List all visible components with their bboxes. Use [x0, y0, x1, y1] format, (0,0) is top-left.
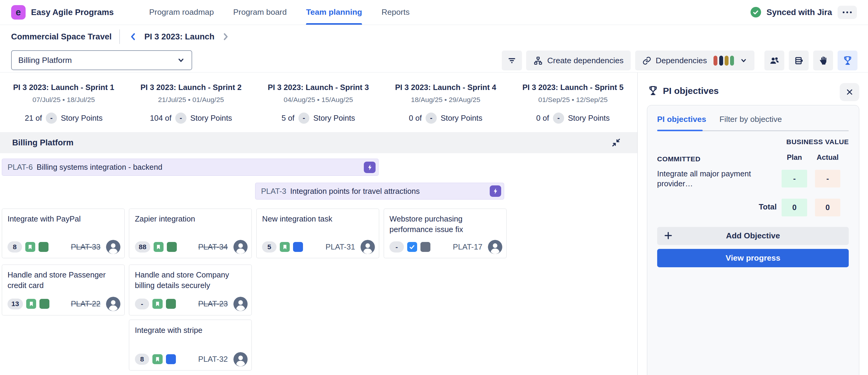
issue-title: Integrate with stripe — [135, 325, 241, 336]
epic-summary: Billing systems integration - backend — [37, 163, 162, 172]
sprint-story-points: 0 of - Story Points — [382, 112, 509, 124]
rows-icon — [794, 56, 804, 66]
avatar[interactable] — [234, 297, 248, 311]
logo-letter: e — [16, 7, 21, 18]
story-icon — [152, 354, 162, 364]
issue-card[interactable]: Webstore purchasing performance issue fi… — [384, 209, 506, 258]
issue-card[interactable]: Handle and store Company billing details… — [129, 265, 252, 315]
sprint-column-3: PI 3 2023: Launch - Sprint 3 04/Aug/25 •… — [254, 72, 382, 124]
swimlane-rows-button[interactable] — [789, 50, 809, 70]
status-icon — [166, 354, 176, 364]
sprint-column-1: PI 3 2023: Launch - Sprint 1 07/Jul/25 •… — [0, 72, 127, 124]
app-window: e Easy Agile Programs Program roadmap Pr… — [0, 0, 868, 375]
objective-actual-value[interactable]: - — [815, 170, 841, 188]
sprint-name: PI 3 2023: Launch - Sprint 1 — [0, 83, 127, 92]
sprint-story-points: 104 of - Story Points — [127, 112, 255, 124]
objective-name[interactable]: Integrate all major payment provider… — [657, 169, 754, 189]
plan-column-label: Plan — [781, 153, 807, 162]
story-icon — [280, 242, 290, 252]
points-committed: 5 of — [282, 114, 294, 123]
previous-increment-button[interactable] — [128, 30, 139, 43]
estimate-badge: - — [135, 299, 149, 310]
more-menu-button[interactable] — [838, 6, 857, 19]
filter-icon — [507, 56, 517, 66]
epic-bar[interactable]: PLAT-3 Integration points for travel att… — [255, 183, 504, 200]
avatar[interactable] — [488, 240, 502, 254]
team-select-value: Billing Platform — [19, 56, 72, 65]
story-icon — [25, 242, 35, 252]
points-unit: Story Points — [568, 114, 610, 123]
issue-card[interactable]: Integrate with stripe 8 PLAT-32 — [129, 319, 252, 371]
sprint-story-points: 21 of - Story Points — [0, 112, 127, 124]
swimlane-header: Billing Platform — [0, 132, 637, 153]
status-icon — [166, 299, 176, 309]
add-objective-button[interactable]: Add Objective — [657, 227, 849, 245]
capacity-badge[interactable]: - — [426, 112, 437, 124]
capacity-badge[interactable]: - — [175, 112, 186, 124]
total-actual-value: 0 — [815, 199, 841, 216]
teams-view-button[interactable] — [765, 50, 784, 70]
epic-summary: Integration points for travel attraction… — [290, 187, 420, 196]
sprint-column-5: PI 3 2023: Launch - Sprint 5 01/Sep/25 •… — [509, 72, 637, 124]
epic-key: PLAT-3 — [261, 187, 286, 196]
issue-title: Handle and store Company billing details… — [135, 270, 241, 291]
people-icon — [769, 56, 780, 66]
status-icon — [421, 242, 430, 252]
trophy-icon — [648, 85, 659, 96]
issue-card[interactable]: New integration task 5 PLAT-31 — [256, 209, 379, 258]
capacity-badge[interactable]: - — [46, 112, 57, 124]
estimate-badge: 8 — [7, 241, 22, 252]
nav-item-program-roadmap[interactable]: Program roadmap — [149, 0, 214, 25]
pi-objectives-toggle-button[interactable] — [838, 50, 858, 70]
sprint-name: PI 3 2023: Launch - Sprint 5 — [509, 83, 637, 92]
nav-item-program-board[interactable]: Program board — [233, 0, 287, 25]
epic-icon — [364, 162, 376, 173]
sync-check-icon — [750, 7, 761, 18]
sprint-dates: 07/Jul/25 • 18/Jul/25 — [0, 96, 127, 104]
hand-tool-button[interactable] — [813, 50, 833, 70]
issue-card[interactable]: Integrate with PayPal 8 PLAT-33 — [2, 209, 125, 258]
nav-item-reports[interactable]: Reports — [381, 0, 410, 25]
sprint-name: PI 3 2023: Launch - Sprint 4 — [382, 83, 509, 92]
team-select[interactable]: Billing Platform — [11, 50, 192, 70]
status-icon — [293, 242, 303, 252]
dependency-color-pills — [713, 56, 734, 66]
sprint-dates: 21/Jul/25 • 01/Aug/25 — [127, 96, 255, 104]
objective-row: Integrate all major payment provider… - … — [657, 169, 849, 192]
pi-objectives-panel: PI objectives PI objectives Filter by ob… — [637, 72, 868, 375]
collapse-swimlane-button[interactable] — [612, 138, 620, 147]
issue-card[interactable]: Zapier integration 88 PLAT-34 — [129, 209, 252, 258]
collapse-icon — [612, 138, 620, 147]
capacity-badge[interactable]: - — [299, 112, 310, 124]
issue-key: PLAT-33 — [71, 243, 100, 251]
total-plan-value: 0 — [781, 199, 807, 216]
avatar[interactable] — [361, 240, 375, 254]
create-dependencies-button[interactable]: Create dependencies — [526, 50, 631, 70]
avatar[interactable] — [106, 297, 121, 311]
next-increment-button[interactable] — [220, 30, 231, 43]
tab-filter-by-objective[interactable]: Filter by objective — [719, 115, 782, 124]
avatar[interactable] — [234, 352, 248, 367]
filter-button[interactable] — [502, 50, 522, 70]
avatar[interactable] — [234, 240, 248, 254]
epic-bar[interactable]: PLAT-6 Billing systems integration - bac… — [2, 159, 379, 176]
panel-tabs: PI objectives Filter by objective — [657, 115, 849, 124]
tab-underline — [657, 130, 849, 132]
epic-key: PLAT-6 — [7, 163, 33, 172]
issue-card[interactable]: Handle and store Passenger credit card 1… — [2, 265, 125, 315]
dependency-pill-green — [730, 56, 734, 66]
objective-plan-value[interactable]: - — [781, 170, 807, 188]
points-committed: 0 of — [536, 114, 549, 123]
avatar[interactable] — [106, 240, 121, 254]
capacity-badge[interactable]: - — [553, 112, 564, 124]
issue-key: PLAT-34 — [198, 243, 228, 251]
sprint-column-4: PI 3 2023: Launch - Sprint 4 18/Aug/25 •… — [382, 72, 509, 124]
breadcrumb: Commercial Space Travel PI 3 2023: Launc… — [0, 25, 868, 49]
view-progress-button[interactable]: View progress — [657, 249, 849, 267]
nav-item-team-planning[interactable]: Team planning — [306, 0, 362, 25]
app-name: Easy Agile Programs — [31, 7, 114, 17]
dependencies-button[interactable]: Dependencies — [635, 50, 754, 70]
trophy-icon — [842, 56, 853, 66]
tab-pi-objectives[interactable]: PI objectives — [657, 115, 706, 124]
close-panel-button[interactable] — [840, 83, 859, 101]
